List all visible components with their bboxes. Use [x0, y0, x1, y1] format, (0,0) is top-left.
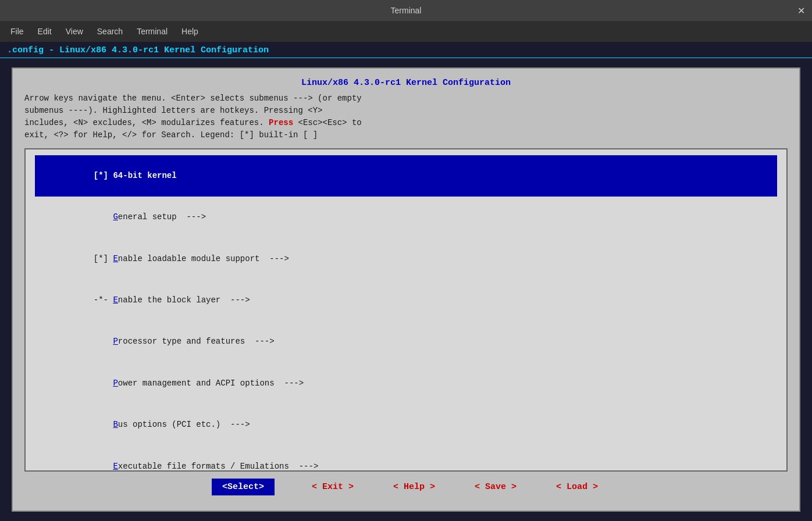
desc-line3: includes, <N> excludes, <M> modularizes … — [24, 118, 362, 127]
kconfig-description: Arrow keys navigate the menu. <Enter> se… — [24, 92, 788, 141]
kconfig-title: Linux/x86 4.3.0-rc1 Kernel Configuration — [24, 78, 788, 88]
menu-item-bus[interactable]: Bus options (PCI etc.) ---> — [35, 404, 777, 445]
menu-item-general-setup[interactable]: General setup ---> — [35, 197, 777, 238]
title-bar: Terminal ✕ — [0, 0, 812, 21]
menu-search[interactable]: Search — [91, 24, 129, 38]
desc-line1: Arrow keys navigate the menu. <Enter> se… — [24, 94, 362, 103]
menu-item-64bit[interactable]: [*] 64-bit kernel — [35, 155, 777, 197]
menu-item-executable[interactable]: Executable file formats / Emulations ---… — [35, 446, 777, 472]
window-title: Terminal — [391, 6, 422, 15]
menu-file[interactable]: File — [5, 24, 30, 38]
menu-item-block-layer[interactable]: -*- Enable the block layer ---> — [35, 280, 777, 321]
kconfig-box: Linux/x86 4.3.0-rc1 Kernel Configuration… — [12, 67, 800, 512]
desc-line4: exit, <?> for Help, </> for Search. Lege… — [24, 130, 318, 140]
menu-edit[interactable]: Edit — [32, 24, 58, 38]
menu-view[interactable]: View — [60, 24, 89, 38]
menu-item-loadable-module[interactable]: [*] Enable loadable module support ---> — [35, 238, 777, 280]
menu-help[interactable]: Help — [176, 24, 204, 38]
save-button[interactable]: < Save > — [472, 479, 519, 495]
kconfig-outer: Linux/x86 4.3.0-rc1 Kernel Configuration… — [0, 58, 812, 521]
menu-item-processor[interactable]: Processor type and features ---> — [35, 322, 777, 363]
close-button[interactable]: ✕ — [797, 5, 805, 16]
select-button[interactable]: <Select> — [212, 479, 275, 495]
desc-line2: submenus ----). Highlighted letters are … — [24, 106, 322, 115]
menu-item-power[interactable]: Power management and ACPI options ---> — [35, 363, 777, 404]
menu-terminal[interactable]: Terminal — [131, 24, 173, 38]
load-button[interactable]: < Load > — [554, 479, 600, 495]
terminal-title-line: .config - Linux/x86 4.3.0-rc1 Kernel Con… — [0, 42, 812, 58]
terminal-area: .config - Linux/x86 4.3.0-rc1 Kernel Con… — [0, 42, 812, 521]
exit-button[interactable]: < Exit > — [309, 479, 356, 495]
button-bar: <Select> < Exit > < Help > < Save > < Lo… — [24, 472, 788, 504]
menu-bar: File Edit View Search Terminal Help — [0, 21, 812, 42]
help-button[interactable]: < Help > — [391, 479, 437, 495]
menu-box[interactable]: [*] 64-bit kernel General setup ---> [*]… — [24, 148, 788, 472]
terminal-window: Terminal ✕ File Edit View Search Termina… — [0, 0, 812, 521]
